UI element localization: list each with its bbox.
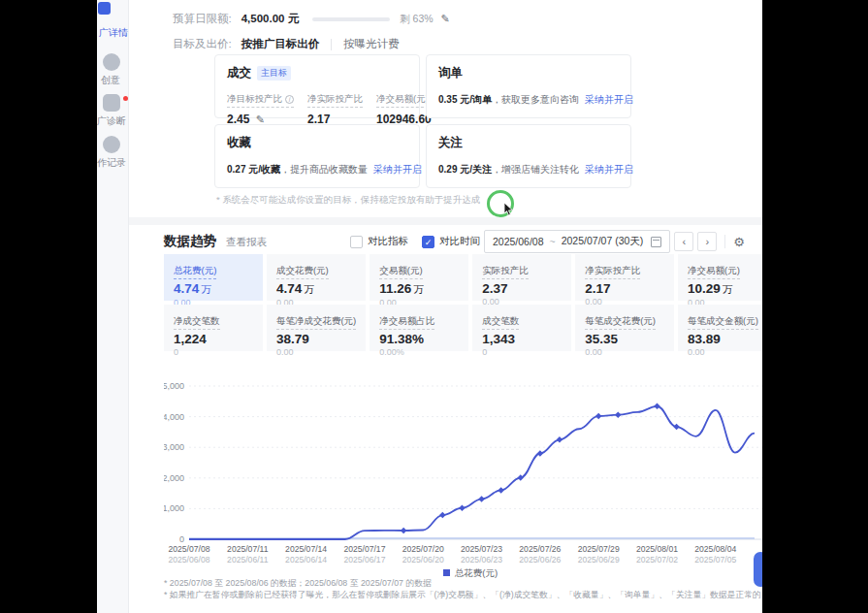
main-content: 预算日限额: 4,500.00 元 剩 63% ✎ 目标及出价: 按推广目标出价… [129, 0, 762, 613]
svg-text:2025/07/29: 2025/07/29 [578, 544, 620, 554]
metric-card[interactable]: 实际投产比2.370.00 [472, 254, 571, 301]
tab-bid-by-impression[interactable]: 按曝光计费 [343, 37, 400, 51]
data-point-marker [401, 528, 407, 534]
metric-card[interactable]: 净成交笔数1,2240 [164, 305, 263, 351]
compare-metric-checkbox[interactable] [350, 236, 363, 248]
goal-metrics: 净目标投产比i 2.45 ✎ 净实际投产比 2.17 净交易额(元) 10294… [227, 88, 407, 126]
svg-text:5,000: 5,000 [164, 381, 184, 391]
tab-bid-by-goal[interactable]: 按推广目标出价 [241, 37, 320, 51]
metric-card[interactable]: 每笔成交金额(元)83.890.00 [678, 305, 762, 351]
svg-text:2025/07/20: 2025/07/20 [402, 544, 444, 554]
inquiry-price: 0.35 元/询单 [438, 94, 492, 105]
trend-chart: 01,0002,0003,0004,0005,0002025/07/082025… [164, 367, 762, 566]
budget-row: 预算日限额: 4,500.00 元 剩 63% ✎ [173, 12, 450, 26]
sidebar-item-creative[interactable]: 创意 [101, 74, 120, 87]
budget-label: 预算日限额: [173, 12, 232, 26]
tab-divider [331, 39, 332, 50]
data-point-marker [654, 403, 660, 410]
goal-card-favorite[interactable]: 收藏 0.27 元/收藏，提升商品收藏数量采纳并开启 [214, 124, 420, 188]
metric-card[interactable]: 净交易额占比91.38%0.00% [370, 305, 468, 351]
metric-card-value: 4.74万 [276, 281, 356, 297]
budget-progress [312, 17, 390, 21]
metric-card[interactable]: 交易额(元)11.26万0.00 [370, 254, 468, 301]
adopt-enable-link[interactable]: 采纳并开启 [373, 164, 422, 175]
metric-card[interactable]: 总花费(元)4.74万0.00 [164, 254, 263, 301]
svg-text:2025/06/23: 2025/06/23 [461, 555, 502, 565]
metric-card-compare-value: 0 [482, 347, 562, 357]
compare-metric-label: 对比指标 [368, 235, 408, 248]
goal-card-follow[interactable]: 关注 0.29 元/关注，增强店铺关注转化采纳并开启 [426, 124, 631, 188]
goal-card-title: 成交 主目标 [227, 65, 407, 81]
adopt-enable-link[interactable]: 采纳并开启 [585, 164, 633, 175]
metric-card[interactable]: 每笔成交花费(元)35.350.00 [575, 305, 674, 351]
date-end: 2025/07/07 (30天) [562, 235, 644, 248]
data-point-marker [478, 496, 485, 502]
prev-period-button[interactable]: ‹ [674, 232, 693, 251]
sidebar-item-history[interactable]: 作记录 [97, 156, 126, 170]
svg-text:2025/07/02: 2025/07/02 [636, 555, 678, 565]
metric-card-label: 实际投产比 [482, 265, 529, 279]
metric-card[interactable]: 净交易额(元)10.29万0.00 [678, 254, 762, 301]
info-icon[interactable]: i [285, 95, 294, 104]
data-point-marker [459, 505, 466, 512]
bidding-label: 目标及出价: [173, 37, 232, 51]
metric-card[interactable]: 净实际投产比2.170.00 [575, 254, 674, 301]
view-report-link[interactable]: 查看报表 [226, 236, 267, 249]
metric-card-compare-value: 0 [174, 347, 253, 357]
chart-footnote-disclaimer: * 如果推广在暂停或删除前已经获得了曝光，那么在暂停或删除后展示「(净)交易额」… [164, 590, 761, 601]
data-point-marker [595, 413, 602, 420]
legend-label: 总花费(元) [455, 567, 498, 578]
metric-card-grid: 总花费(元)4.74万0.00成交花费(元)4.74万0.00交易额(元)11.… [164, 254, 762, 351]
app-window: 广详情 创意 广诊断 作记录 预算日限额: 4,500.00 元 剩 63% ✎… [97, 0, 762, 613]
metric-card-label: 成交笔数 [482, 315, 519, 330]
goal-card-grid: 成交 主目标 净目标投产比i 2.45 ✎ 净实际投产比 2.17 [214, 54, 631, 188]
calendar-icon [651, 237, 661, 247]
sidebar-item-promotion-detail[interactable]: 广详情 [99, 26, 128, 40]
metric-card-value: 2.17 [585, 281, 664, 296]
metric-card-value: 11.26万 [379, 281, 459, 297]
creative-icon[interactable] [103, 53, 120, 71]
budget-remain: 剩 63% [400, 13, 433, 26]
trend-header: 数据趋势 查看报表 [164, 233, 267, 250]
metric-card[interactable]: 成交笔数1,3430 [472, 305, 571, 351]
sidebar-item-diagnosis[interactable]: 广诊断 [97, 114, 126, 128]
promotion-detail-icon[interactable] [98, 2, 111, 15]
data-point-marker [439, 512, 446, 519]
compare-time-checkbox[interactable]: ✓ [422, 236, 434, 248]
data-point-marker [673, 424, 680, 431]
compare-time-label: 对比时间 [439, 235, 480, 248]
svg-text:1,000: 1,000 [164, 503, 184, 513]
date-range-input[interactable]: 2025/06/08 ~ 2025/07/07 (30天) [484, 230, 670, 253]
goal-card-inquiry[interactable]: 询单 0.35 元/询单，获取更多意向咨询采纳并开启 [426, 54, 631, 118]
legend-swatch [443, 569, 450, 576]
diagnosis-badge-dot [123, 96, 128, 101]
metric-card-value: 83.89 [688, 332, 762, 346]
goal-card-deal[interactable]: 成交 主目标 净目标投产比i 2.45 ✎ 净实际投产比 2.17 [214, 54, 420, 118]
metric-card-compare-value: 0.00 [585, 347, 664, 357]
metric-card[interactable]: 成交花费(元)4.74万0.00 [267, 254, 366, 301]
data-point-marker [615, 411, 622, 418]
metric-card-label: 净交易额占比 [379, 315, 434, 330]
gear-icon[interactable]: ⚙ [733, 235, 745, 249]
data-point-marker [557, 436, 563, 443]
svg-text:2025/08/01: 2025/08/01 [636, 544, 678, 554]
metric-card-value: 10.29万 [688, 281, 762, 297]
trend-controls: 对比指标 ✓ 对比时间 2025/06/08 ~ 2025/07/07 (30天… [350, 230, 745, 253]
diagnosis-icon[interactable] [103, 94, 120, 112]
history-icon[interactable] [103, 136, 120, 153]
adopt-enable-link[interactable]: 采纳并开启 [585, 94, 633, 105]
controls-divider [724, 235, 725, 248]
svg-text:2025/06/29: 2025/06/29 [578, 555, 620, 565]
metric-card-label: 净成交笔数 [174, 315, 220, 330]
budget-edit-icon[interactable]: ✎ [441, 13, 450, 25]
metric-card-compare-value: 0.00 [276, 347, 356, 357]
data-point-marker [537, 450, 544, 457]
metric-card-label: 每笔成交花费(元) [585, 315, 656, 330]
metric-card[interactable]: 每笔净成交花费(元)38.790.00 [267, 305, 366, 351]
floating-side-button[interactable] [754, 552, 762, 587]
goal-metric-actual-roi: 净实际投产比 2.17 [307, 88, 363, 126]
svg-text:3,000: 3,000 [164, 442, 184, 452]
metric-card-label: 总花费(元) [174, 265, 216, 279]
next-period-button[interactable]: › [697, 232, 717, 251]
svg-text:2025/07/08: 2025/07/08 [168, 544, 209, 554]
